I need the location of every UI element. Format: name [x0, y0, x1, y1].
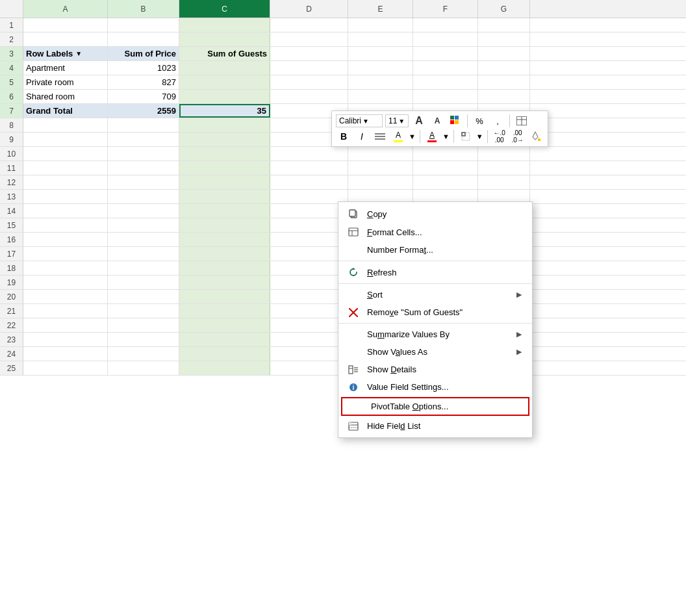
col-header-f[interactable]: F [413, 0, 478, 18]
cell-g5[interactable] [478, 75, 530, 89]
cell-b1[interactable] [108, 18, 179, 32]
context-menu-pivot-options[interactable]: PivotTable Options... [341, 397, 529, 416]
context-menu-value-field[interactable]: i Value Field Settings... [338, 378, 532, 396]
col-header-b[interactable]: B [108, 0, 179, 18]
cell-b4[interactable]: 1023 [108, 61, 179, 75]
context-menu-show-values[interactable]: Show Values As ▶ [338, 343, 532, 361]
font-dropdown-icon[interactable]: ▼ [362, 118, 369, 125]
cell-d4[interactable] [270, 61, 348, 75]
cell-a3[interactable]: Row Labels ▼ [23, 47, 108, 60]
cell-c5[interactable] [179, 75, 270, 89]
font-name-text: Calibri [339, 116, 361, 125]
cell-e2[interactable] [348, 32, 413, 46]
italic-button[interactable]: I [354, 129, 370, 144]
font-size-dropdown-icon[interactable]: ▼ [398, 118, 405, 125]
cell-g1[interactable] [478, 18, 530, 32]
context-menu-hide-field[interactable]: Hide Field List [338, 417, 532, 435]
context-menu-remove[interactable]: Remove "Sum of Guests" [338, 303, 532, 321]
cell-d5[interactable] [270, 75, 348, 89]
sort-arrow-icon: ▶ [516, 290, 522, 299]
col-header-g[interactable]: G [478, 0, 530, 18]
context-menu-number-format[interactable]: Number Format... [338, 241, 532, 259]
hide-field-label: Hide Field List [367, 421, 522, 431]
align-button[interactable] [372, 129, 388, 144]
increase-decimal-icon: .00.0→ [512, 129, 524, 144]
filter-dropdown-icon[interactable]: ▼ [75, 50, 82, 57]
cell-c7[interactable]: 35 [179, 104, 270, 118]
svg-rect-10 [462, 133, 470, 140]
font-name-selector[interactable]: Calibri ▼ [336, 114, 383, 127]
highlight-dropdown-icon[interactable]: ▼ [409, 133, 416, 140]
increase-font-button[interactable]: A [411, 114, 427, 128]
table-button[interactable] [514, 114, 529, 128]
context-menu-copy[interactable]: Copy [338, 205, 532, 223]
cell-g3[interactable] [478, 47, 530, 60]
cell-e5[interactable] [348, 75, 413, 89]
cell-d1[interactable] [270, 18, 348, 32]
cell-b5[interactable]: 827 [108, 75, 179, 89]
theme-icon [450, 116, 461, 126]
cell-f6[interactable] [413, 90, 478, 103]
value-field-label: Value Field Settings... [367, 382, 522, 392]
pivot-options-label: PivotTable Options... [371, 402, 520, 411]
cell-a7[interactable]: Grand Total [23, 104, 108, 118]
bold-button[interactable]: B [336, 129, 351, 144]
row-num: 7 [0, 104, 23, 118]
increase-decimal-button[interactable]: .00.0→ [510, 129, 526, 144]
cell-d6[interactable] [270, 90, 348, 103]
cell-c1[interactable] [179, 18, 270, 32]
cell-g2[interactable] [478, 32, 530, 46]
cell-c6[interactable] [179, 90, 270, 103]
svg-text:i: i [353, 384, 355, 391]
font-size-selector[interactable]: 11 ▼ [385, 114, 409, 127]
comma-button[interactable]: , [490, 114, 505, 128]
col-header-d[interactable]: D [270, 0, 348, 18]
cell-d3[interactable] [270, 47, 348, 60]
col-header-e[interactable]: E [348, 0, 413, 18]
borders-dropdown-icon[interactable]: ▼ [476, 133, 483, 140]
svg-rect-15 [349, 210, 355, 216]
decrease-font-button[interactable]: A [429, 114, 445, 128]
cell-a5[interactable]: Private room [23, 75, 108, 89]
cell-a1[interactable] [23, 18, 108, 32]
cell-c4[interactable] [179, 61, 270, 75]
context-menu-summarize[interactable]: Summarize Values By ▶ [338, 326, 532, 343]
context-menu-refresh[interactable]: Refresh [338, 263, 532, 281]
cell-b7[interactable]: 2559 [108, 104, 179, 118]
cell-e3[interactable] [348, 47, 413, 60]
cell-c2[interactable] [179, 32, 270, 46]
cell-f5[interactable] [413, 75, 478, 89]
cell-f3[interactable] [413, 47, 478, 60]
cell-a2[interactable] [23, 32, 108, 46]
cell-b6[interactable]: 709 [108, 90, 179, 103]
theme-colors-button[interactable] [448, 114, 463, 128]
context-menu-format-cells[interactable]: Format Cells... [338, 223, 532, 241]
sort-label: Sort [367, 290, 510, 300]
cell-a6[interactable]: Shared room [23, 90, 108, 103]
cell-e4[interactable] [348, 61, 413, 75]
cell-f2[interactable] [413, 32, 478, 46]
context-menu-sort[interactable]: Sort ▶ [338, 286, 532, 303]
context-menu-show-details[interactable]: Show Details [338, 361, 532, 378]
cell-b3[interactable]: Sum of Price [108, 47, 179, 60]
font-color-button[interactable]: A [424, 129, 440, 144]
cell-g4[interactable] [478, 61, 530, 75]
cell-f1[interactable] [413, 18, 478, 32]
highlight-color-button[interactable]: A [390, 129, 406, 144]
borders-button[interactable] [458, 129, 474, 144]
paint-bucket-button[interactable] [528, 129, 544, 144]
cell-f4[interactable] [413, 61, 478, 75]
cell-g6[interactable] [478, 90, 530, 103]
cell-c3[interactable]: Sum of Guests [179, 47, 270, 60]
cell-b2[interactable] [108, 32, 179, 46]
col-header-c[interactable]: C [179, 0, 270, 18]
cell-e6[interactable] [348, 90, 413, 103]
cell-a4[interactable]: Apartment [23, 61, 108, 75]
decrease-decimal-button[interactable]: ←.0.00 [492, 129, 507, 144]
highlight-icon: A [396, 131, 401, 140]
percent-button[interactable]: % [472, 114, 487, 128]
cell-e1[interactable] [348, 18, 413, 32]
font-color-dropdown-icon[interactable]: ▼ [442, 133, 450, 140]
col-header-a[interactable]: A [23, 0, 108, 18]
cell-d2[interactable] [270, 32, 348, 46]
